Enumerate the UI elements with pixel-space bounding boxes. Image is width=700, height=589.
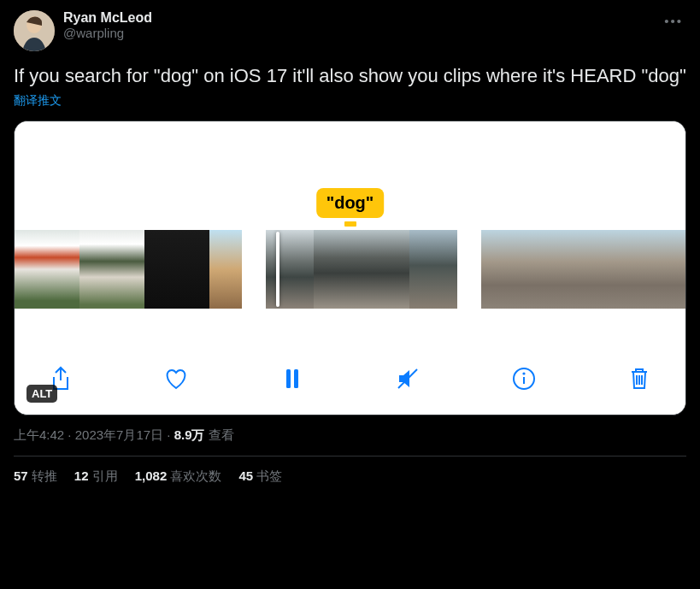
media-image: "dog" — [15, 121, 685, 415]
clip-thumbnail — [266, 230, 457, 309]
avatar[interactable] — [14, 10, 55, 51]
search-bubble: "dog" — [316, 188, 385, 218]
video-timeline — [15, 230, 685, 309]
info-button[interactable] — [507, 362, 541, 396]
svg-rect-3 — [294, 369, 298, 388]
svg-point-6 — [522, 372, 525, 374]
tweet-date[interactable]: 2023年7月17日 — [75, 427, 163, 442]
tweet-header: Ryan McLeod @warpling ••• — [14, 10, 686, 51]
display-name: Ryan McLeod — [63, 10, 152, 26]
heart-button[interactable] — [159, 362, 193, 396]
likes-stat[interactable]: 1,082 喜欢次数 — [135, 468, 222, 485]
trash-button[interactable] — [622, 362, 656, 396]
tweet-time[interactable]: 上午4:42 — [14, 427, 64, 442]
user-info[interactable]: Ryan McLeod @warpling — [63, 10, 152, 40]
tweet: Ryan McLeod @warpling ••• If you search … — [0, 0, 700, 485]
bookmarks-stat[interactable]: 45 书签 — [238, 468, 282, 485]
media-toolbar — [15, 362, 685, 396]
tweet-meta: 上午4:42 · 2023年7月17日 · 8.9万 查看 — [14, 427, 686, 444]
quotes-stat[interactable]: 12 引用 — [74, 468, 118, 485]
pause-button[interactable] — [275, 362, 309, 396]
views-label: 查看 — [209, 427, 234, 442]
clip-thumbnail — [15, 230, 242, 309]
media-card[interactable]: "dog" — [14, 121, 686, 415]
mute-button[interactable] — [391, 362, 425, 396]
user-handle: @warpling — [63, 26, 152, 40]
more-icon[interactable]: ••• — [661, 10, 686, 32]
tweet-text: If you search for "dog" on iOS 17 it'll … — [14, 63, 686, 88]
retweets-stat[interactable]: 57 转推 — [14, 468, 57, 485]
clip-thumbnail — [481, 230, 685, 309]
playhead-marker — [344, 221, 356, 227]
alt-badge[interactable]: ALT — [26, 385, 57, 403]
tweet-stats: 57 转推 12 引用 1,082 喜欢次数 45 书签 — [14, 456, 686, 485]
views-count: 8.9万 — [174, 427, 205, 442]
svg-rect-2 — [286, 369, 291, 388]
translate-link[interactable]: 翻译推文 — [14, 93, 686, 109]
playhead-icon — [276, 232, 279, 307]
